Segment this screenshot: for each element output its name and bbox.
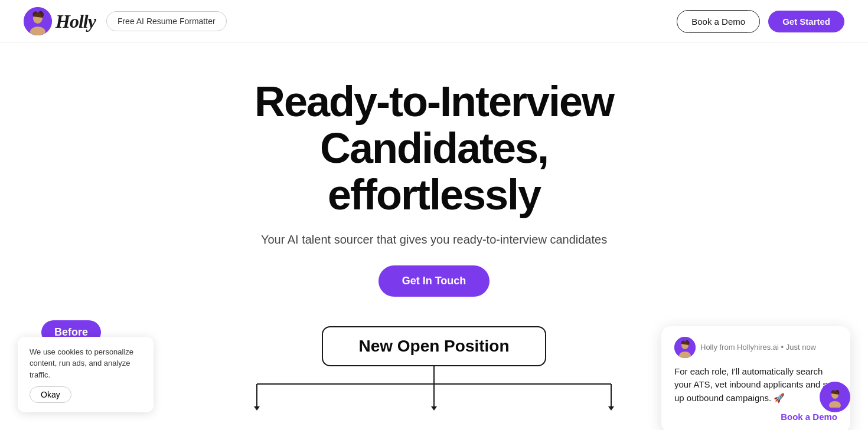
logo-avatar (24, 7, 52, 35)
chat-meta: Holly from Hollyhires.ai • Just now (700, 343, 816, 352)
header-left: Holly Free AI Resume Formatter (24, 7, 227, 35)
hero-subtitle: Your AI talent sourcer that gives you re… (261, 233, 607, 247)
chat-header: Holly from Hollyhires.ai • Just now (674, 337, 837, 358)
header-right: Book a Demo Get Started (677, 10, 844, 33)
resume-formatter-button[interactable]: Free AI Resume Formatter (106, 11, 227, 31)
chat-body: For each role, I'll automatically search… (674, 365, 837, 405)
position-box: New Open Position (322, 326, 546, 366)
svg-marker-6 (254, 406, 260, 411)
float-chat-button[interactable] (820, 382, 850, 412)
chat-book-demo-link[interactable]: Book a Demo (674, 412, 837, 422)
get-in-touch-button[interactable]: Get In Touch (378, 265, 490, 297)
connector-lines (168, 366, 700, 413)
logo-wrap[interactable]: Holly (24, 7, 96, 35)
cookie-okay-button[interactable]: Okay (30, 386, 71, 403)
hero-title-line2: effortlessly (328, 171, 540, 218)
chat-popup: Holly from Hollyhires.ai • Just now For … (661, 326, 850, 430)
svg-marker-8 (431, 406, 437, 411)
cookie-text: We use cookies to personalize content, r… (30, 346, 142, 381)
logo-text: Holly (56, 11, 96, 32)
chat-avatar (674, 337, 696, 358)
header: Holly Free AI Resume Formatter Book a De… (0, 0, 868, 43)
svg-marker-10 (608, 406, 614, 411)
hero-title: Ready-to-Interview Candidates, effortles… (168, 78, 700, 219)
hero-section: Ready-to-Interview Candidates, effortles… (0, 43, 868, 308)
book-demo-button[interactable]: Book a Demo (677, 10, 760, 33)
cookie-banner: We use cookies to personalize content, r… (18, 337, 154, 413)
hero-title-line1: Ready-to-Interview Candidates, (254, 78, 614, 172)
get-started-button[interactable]: Get Started (768, 11, 844, 32)
